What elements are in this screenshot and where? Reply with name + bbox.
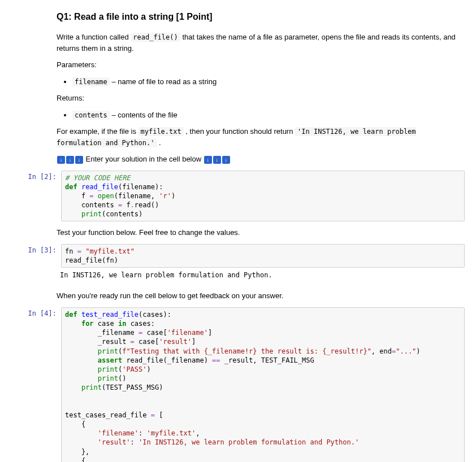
arrow-down-icon: ↓	[222, 156, 230, 164]
str: "..."	[396, 347, 416, 355]
example-mid: , then your function should return	[184, 127, 295, 136]
enter-solution-text: Enter your solution in the cell below	[84, 155, 204, 163]
str: 'result'	[98, 438, 131, 446]
kw-in: in	[118, 320, 126, 328]
op-eq: =	[89, 192, 93, 200]
code-frag	[65, 374, 98, 382]
return-code: contents	[72, 111, 110, 120]
code-frag: case[	[135, 338, 159, 346]
return-contents: contents – contents of the file	[72, 110, 465, 121]
example-pre: For example, if the file is	[57, 127, 139, 136]
fn-name: test_read_file	[81, 311, 139, 319]
builtin-open: open	[94, 192, 114, 200]
str: "myfile.txt"	[85, 247, 135, 255]
code-frag: (contents)	[102, 210, 142, 218]
arrow-down-icon: ↓	[213, 156, 221, 164]
str: 'filename'	[167, 329, 208, 337]
code-frag: )	[416, 347, 420, 355]
notebook: Q1: Read a file into a string [1 Point] …	[0, 0, 476, 462]
code-frag	[65, 429, 98, 437]
code-frag: f	[65, 192, 89, 200]
param-desc: – name of file to read as a string	[110, 77, 217, 86]
code-frag	[65, 210, 81, 218]
ready-text: When you're ready run the cell below to …	[57, 290, 465, 302]
code-input[interactable]: fn = "myfile.txt" read_file(fn)	[61, 244, 465, 268]
return-desc: – contents of the file	[110, 111, 178, 119]
test-below-text: Test your function below. Feel free to c…	[57, 227, 465, 238]
cell-output: In INST126, we learn problem formulation…	[57, 269, 465, 285]
fn-params: (filename):	[118, 183, 163, 191]
param-filename: filename – name of file to read as a str…	[72, 76, 465, 88]
str: 'PASS'	[122, 365, 146, 373]
code-frag: )	[171, 192, 175, 200]
cell-prompt: In [2]:	[11, 171, 61, 181]
code-frag	[65, 383, 81, 391]
code-frag	[65, 347, 98, 355]
fstring: f"Testing that with {_filename!r} the re…	[122, 347, 371, 355]
code-frag: cases:	[126, 320, 155, 328]
test-instruction-2: When you're ready run the cell below to …	[57, 290, 465, 302]
builtin-print: print	[81, 210, 102, 218]
kw-for: for	[81, 320, 94, 328]
code-input[interactable]: # YOUR CODE HERE def read_file(filename)…	[61, 171, 465, 222]
arrow-down-icon: ↓	[204, 156, 212, 164]
code-frag: test_cases_read_file	[65, 411, 151, 419]
builtin-print: print	[98, 365, 118, 373]
op-eq: =	[77, 247, 81, 255]
code-frag	[65, 356, 98, 364]
str: 'In INST126, we learn problem formulatio…	[139, 438, 359, 446]
code-frag: (TEST_PASS_MSG)	[102, 383, 163, 391]
code-frag: read_file(_filename)	[122, 356, 212, 364]
arrow-down-icon: ↓	[75, 156, 83, 164]
question-text-cell: Q1: Read a file into a string [1 Point] …	[57, 10, 465, 165]
str: 'filename'	[98, 429, 139, 437]
op-dot: .	[131, 201, 135, 209]
intro-code: read_file()	[131, 33, 180, 42]
code-frag: ,	[196, 429, 200, 437]
code-frag: {	[65, 420, 85, 428]
intro-pre: Write a function called	[57, 33, 131, 41]
example-post: .	[157, 138, 161, 147]
test-instruction-1: Test your function below. Feel free to c…	[57, 227, 465, 238]
code-frag: ]	[208, 329, 212, 337]
code-cell-3: In [4]: def test_read_file(cases): for c…	[11, 307, 465, 462]
code-frag: , end	[371, 347, 392, 355]
example-line: For example, if the file is myfile.txt ,…	[57, 126, 465, 148]
str: 'myfile.txt'	[147, 429, 196, 437]
code-frag: _filename	[65, 329, 139, 337]
cell-prompt: In [4]:	[11, 307, 61, 317]
kw-def: def	[65, 183, 77, 191]
question-intro: Write a function called read_file() that…	[57, 32, 465, 54]
code-frag	[65, 320, 81, 328]
code-comment: # YOUR CODE HERE	[65, 174, 131, 182]
op-eqeq: ==	[212, 356, 220, 364]
op-eq: =	[131, 338, 135, 346]
code-frag: )	[147, 365, 151, 373]
builtin-print: print	[81, 383, 102, 391]
params-label: Parameters:	[57, 59, 465, 71]
kw-assert: assert	[98, 356, 122, 364]
builtin-print: print	[98, 347, 118, 355]
example-file: myfile.txt	[139, 127, 184, 136]
code-input[interactable]: def test_read_file(cases): for case in c…	[61, 307, 465, 462]
code-frag	[65, 438, 98, 446]
returns-list: contents – contents of the file	[57, 110, 465, 121]
code-frag: _result, TEST_FAIL_MSG	[220, 356, 314, 364]
code-frag: [	[155, 411, 163, 419]
code-frag: read_file(fn)	[65, 256, 118, 264]
code-frag	[65, 365, 98, 373]
fn-name: read_file	[81, 183, 118, 191]
code-frag: f	[122, 201, 130, 209]
code-frag: contents	[65, 201, 118, 209]
cell-prompt: In [3]:	[11, 244, 61, 254]
op-eq: =	[151, 411, 155, 419]
code-frag: (filename,	[114, 192, 159, 200]
param-code: filename	[72, 77, 110, 86]
arrow-down-icon: ↓	[57, 156, 65, 164]
arrow-down-icon: ↓	[66, 156, 74, 164]
code-frag: },	[65, 448, 89, 456]
returns-label: Returns:	[57, 93, 465, 104]
code-cell-2: In [3]: fn = "myfile.txt" read_file(fn)	[11, 244, 465, 268]
fn-params: (cases):	[139, 311, 171, 319]
code-frag: ]	[192, 338, 196, 346]
